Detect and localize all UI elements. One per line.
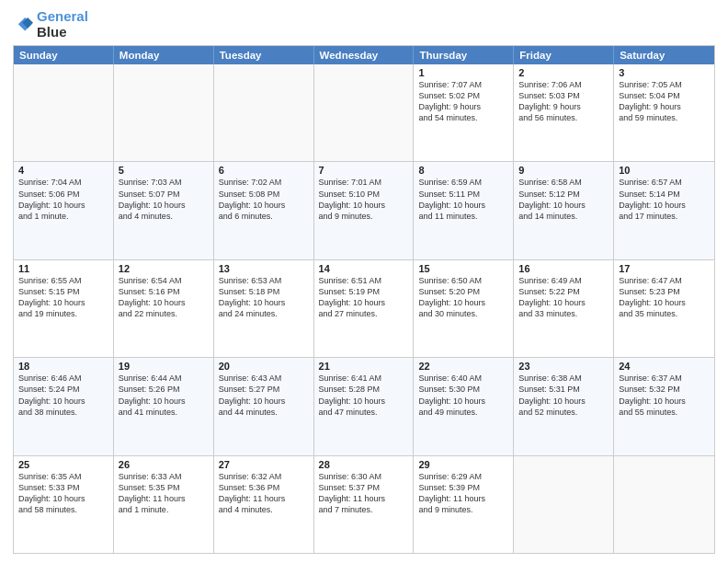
calendar-cell: 7Sunrise: 7:01 AM Sunset: 5:10 PM Daylig… [314,162,415,259]
day-number: 26 [119,459,209,470]
calendar-cell: 24Sunrise: 6:37 AM Sunset: 5:32 PM Dayli… [614,358,714,454]
day-info: Sunrise: 6:44 AM Sunset: 5:26 PM Dayligh… [119,373,209,418]
calendar-cell [114,64,214,161]
calendar-cell: 16Sunrise: 6:49 AM Sunset: 5:22 PM Dayli… [514,260,614,357]
day-info: Sunrise: 7:03 AM Sunset: 5:07 PM Dayligh… [119,177,209,222]
calendar-cell: 20Sunrise: 6:43 AM Sunset: 5:27 PM Dayli… [214,358,314,454]
day-info: Sunrise: 6:55 AM Sunset: 5:15 PM Dayligh… [18,275,108,320]
day-info: Sunrise: 6:43 AM Sunset: 5:27 PM Dayligh… [219,373,309,418]
calendar-cell: 26Sunrise: 6:33 AM Sunset: 5:35 PM Dayli… [114,456,214,553]
day-number: 22 [418,361,508,372]
day-number: 6 [219,165,309,176]
calendar-cell: 9Sunrise: 6:58 AM Sunset: 5:12 PM Daylig… [514,162,614,259]
day-info: Sunrise: 6:33 AM Sunset: 5:35 PM Dayligh… [119,471,209,516]
calendar-cell: 18Sunrise: 6:46 AM Sunset: 5:24 PM Dayli… [14,358,114,454]
calendar-cell: 3Sunrise: 7:05 AM Sunset: 5:04 PM Daylig… [614,64,714,161]
header-cell-sunday: Sunday [14,46,114,64]
day-number: 20 [219,361,309,372]
calendar-cell: 6Sunrise: 7:02 AM Sunset: 5:08 PM Daylig… [214,162,314,259]
day-number: 29 [418,459,508,470]
day-number: 27 [219,459,309,470]
day-number: 16 [518,263,609,274]
calendar-cell: 13Sunrise: 6:53 AM Sunset: 5:18 PM Dayli… [214,260,314,357]
day-info: Sunrise: 7:02 AM Sunset: 5:08 PM Dayligh… [219,177,309,222]
day-info: Sunrise: 6:57 AM Sunset: 5:14 PM Dayligh… [619,177,710,222]
header-cell-tuesday: Tuesday [214,46,314,64]
calendar-cell: 1Sunrise: 7:07 AM Sunset: 5:02 PM Daylig… [414,64,514,161]
day-info: Sunrise: 7:04 AM Sunset: 5:06 PM Dayligh… [18,177,108,222]
day-info: Sunrise: 6:40 AM Sunset: 5:30 PM Dayligh… [418,373,508,418]
day-info: Sunrise: 6:46 AM Sunset: 5:24 PM Dayligh… [18,373,108,418]
calendar-cell: 8Sunrise: 6:59 AM Sunset: 5:11 PM Daylig… [414,162,514,259]
calendar-cell: 14Sunrise: 6:51 AM Sunset: 5:19 PM Dayli… [314,260,415,357]
day-number: 12 [119,263,209,274]
day-info: Sunrise: 7:07 AM Sunset: 5:02 PM Dayligh… [418,79,508,124]
page: General Blue SundayMondayTuesdayWednesda… [0,0,728,563]
calendar-cell [214,64,314,161]
day-info: Sunrise: 7:05 AM Sunset: 5:04 PM Dayligh… [619,79,710,124]
day-info: Sunrise: 6:41 AM Sunset: 5:28 PM Dayligh… [319,373,409,418]
calendar-cell: 4Sunrise: 7:04 AM Sunset: 5:06 PM Daylig… [14,162,114,259]
calendar-cell: 27Sunrise: 6:32 AM Sunset: 5:36 PM Dayli… [214,456,314,553]
day-number: 15 [418,263,508,274]
day-number: 13 [219,263,309,274]
day-info: Sunrise: 6:37 AM Sunset: 5:32 PM Dayligh… [619,373,710,418]
logo: General Blue [13,9,88,40]
day-info: Sunrise: 6:35 AM Sunset: 5:33 PM Dayligh… [18,471,108,516]
day-number: 5 [119,165,209,176]
day-info: Sunrise: 6:38 AM Sunset: 5:31 PM Dayligh… [518,373,609,418]
day-number: 9 [518,165,609,176]
day-number: 10 [619,165,710,176]
calendar-cell: 2Sunrise: 7:06 AM Sunset: 5:03 PM Daylig… [514,64,614,161]
calendar-row: 18Sunrise: 6:46 AM Sunset: 5:24 PM Dayli… [14,358,714,455]
day-number: 19 [119,361,209,372]
calendar-cell [614,456,714,553]
calendar-row: 11Sunrise: 6:55 AM Sunset: 5:15 PM Dayli… [14,260,714,358]
day-info: Sunrise: 6:47 AM Sunset: 5:23 PM Dayligh… [619,275,710,320]
calendar-cell: 5Sunrise: 7:03 AM Sunset: 5:07 PM Daylig… [114,162,214,259]
calendar-cell [14,64,114,161]
day-number: 2 [518,67,609,78]
header-cell-monday: Monday [114,46,214,64]
calendar-cell: 23Sunrise: 6:38 AM Sunset: 5:31 PM Dayli… [514,358,614,454]
day-number: 28 [319,459,409,470]
day-number: 14 [319,263,409,274]
calendar-cell: 10Sunrise: 6:57 AM Sunset: 5:14 PM Dayli… [614,162,714,259]
day-info: Sunrise: 6:51 AM Sunset: 5:19 PM Dayligh… [319,275,409,320]
day-info: Sunrise: 6:50 AM Sunset: 5:20 PM Dayligh… [418,275,508,320]
day-info: Sunrise: 6:53 AM Sunset: 5:18 PM Dayligh… [219,275,309,320]
day-info: Sunrise: 6:49 AM Sunset: 5:22 PM Dayligh… [518,275,609,320]
calendar-row: 4Sunrise: 7:04 AM Sunset: 5:06 PM Daylig… [14,162,714,259]
day-number: 23 [518,361,609,372]
calendar-cell [514,456,614,553]
day-number: 7 [319,165,409,176]
logo-text: General Blue [37,9,88,40]
day-number: 17 [619,263,710,274]
day-number: 24 [619,361,710,372]
day-info: Sunrise: 6:32 AM Sunset: 5:36 PM Dayligh… [219,471,309,516]
day-info: Sunrise: 7:06 AM Sunset: 5:03 PM Dayligh… [518,79,609,124]
calendar-cell: 12Sunrise: 6:54 AM Sunset: 5:16 PM Dayli… [114,260,214,357]
calendar-cell: 15Sunrise: 6:50 AM Sunset: 5:20 PM Dayli… [414,260,514,357]
day-number: 8 [418,165,508,176]
calendar-cell: 11Sunrise: 6:55 AM Sunset: 5:15 PM Dayli… [14,260,114,357]
calendar: SundayMondayTuesdayWednesdayThursdayFrid… [13,45,715,554]
day-info: Sunrise: 6:30 AM Sunset: 5:37 PM Dayligh… [319,471,409,516]
header-cell-saturday: Saturday [614,46,714,64]
calendar-header: SundayMondayTuesdayWednesdayThursdayFrid… [14,46,714,64]
day-number: 4 [18,165,108,176]
calendar-cell: 25Sunrise: 6:35 AM Sunset: 5:33 PM Dayli… [14,456,114,553]
day-number: 21 [319,361,409,372]
logo-icon [13,15,33,35]
day-number: 3 [619,67,710,78]
day-number: 11 [18,263,108,274]
day-info: Sunrise: 7:01 AM Sunset: 5:10 PM Dayligh… [319,177,409,222]
calendar-cell: 21Sunrise: 6:41 AM Sunset: 5:28 PM Dayli… [314,358,415,454]
header-cell-wednesday: Wednesday [314,46,415,64]
day-info: Sunrise: 6:59 AM Sunset: 5:11 PM Dayligh… [418,177,508,222]
calendar-row: 25Sunrise: 6:35 AM Sunset: 5:33 PM Dayli… [14,456,714,553]
calendar-cell: 29Sunrise: 6:29 AM Sunset: 5:39 PM Dayli… [414,456,514,553]
calendar-cell: 22Sunrise: 6:40 AM Sunset: 5:30 PM Dayli… [414,358,514,454]
calendar-body: 1Sunrise: 7:07 AM Sunset: 5:02 PM Daylig… [14,64,714,553]
calendar-cell: 17Sunrise: 6:47 AM Sunset: 5:23 PM Dayli… [614,260,714,357]
